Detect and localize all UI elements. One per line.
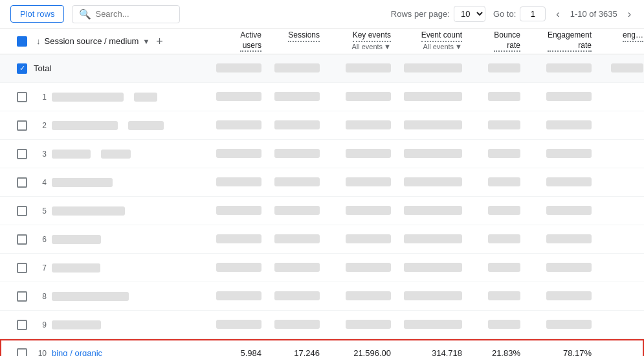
last-row-dimension: 10 bing / organic [34,348,208,356]
row-7-checkbox[interactable] [17,263,27,273]
plot-rows-button[interactable]: Plot rows [10,5,64,23]
row-2-metrics [208,120,644,130]
total-row-checkbox[interactable] [17,63,27,74]
last-row-checkbox[interactable] [17,348,27,357]
toolbar: Plot rows 🔍 Rows per page: 10 25 50 Go t… [0,0,644,28]
rows-per-page-select[interactable]: 10 25 50 [454,6,485,22]
row-3-dim-blurred [52,150,91,159]
search-input[interactable] [95,9,173,19]
row-3-key-events [325,149,396,159]
last-engagement-rate: 78.17% [526,348,597,356]
row-6-num: 6 [34,235,47,244]
data-row-9: 9 [0,311,644,339]
row-2-active-users [208,120,267,130]
row-6-checkbox-cell [10,234,34,245]
row-1-dim-blurred2 [134,93,157,102]
row-6-checkbox[interactable] [17,234,27,245]
last-row-metrics: 5,984 17,246 21,596.00 314,718 21.83% 78… [208,348,644,356]
last-bounce-rate: 21.83% [467,348,526,356]
row-3-checkbox[interactable] [17,149,27,159]
total-row-metrics [208,63,644,73]
row-4-active-users [208,177,267,187]
col-title-event-count: Event count [421,30,462,42]
prev-page-button[interactable]: ‹ [553,8,562,21]
row-9-eng-extra [597,320,644,329]
row-9-checkbox[interactable] [17,320,27,330]
key-events-dropdown-icon[interactable]: ▼ [384,42,391,51]
total-active-users [208,63,267,73]
row-5-key-events [325,206,396,216]
rows-per-page-section: Rows per page: 10 25 50 [391,6,485,22]
goto-input[interactable] [520,6,546,21]
row-5-event-count [396,206,467,216]
row-6-key-events [325,234,396,244]
data-row-8: 8 [0,282,644,311]
row-7-bounce-rate [467,263,526,273]
search-icon: 🔍 [79,8,91,20]
row-5-eng-extra [597,206,644,216]
col-title-eng-extra: eng… [623,30,643,42]
row-6-dim-blurred [52,235,101,244]
header-checkbox[interactable] [17,36,27,47]
row-1-eng-extra [597,92,644,102]
row-8-checkbox[interactable] [17,291,27,302]
row-9-metrics [208,320,644,329]
data-row-2: 2 [0,111,644,140]
page-info: 1-10 of 3635 [570,9,617,19]
row-5-active-users [208,206,267,216]
col-header-eng-extra: eng… [597,30,644,52]
total-row: Total [0,54,644,83]
col-header-key-events: Key events All events ▼ [325,30,396,52]
total-eng-extra [597,63,644,73]
row-6-event-count [396,234,467,244]
add-column-button[interactable]: + [153,36,166,47]
row-6-sessions [267,234,325,244]
data-row-1: 1 [0,83,644,111]
row-9-engagement-rate [526,320,597,329]
event-count-dropdown-icon[interactable]: ▼ [455,42,462,51]
col-title-active-users: Activeusers [240,30,261,52]
total-key-events [325,63,396,73]
sort-arrow-icon: ↓ [36,36,41,46]
row-5-checkbox[interactable] [17,206,27,216]
row-7-eng-extra [597,263,644,273]
data-row-3: 3 [0,140,644,168]
row-8-eng-extra [597,291,644,301]
row-3-sessions [267,149,325,159]
row-5-metrics [208,206,644,216]
col-title-engagement-rate: Engagementrate [548,30,592,52]
row-4-metrics [208,177,644,187]
row-1-key-events [325,92,396,102]
next-page-button[interactable]: › [625,8,634,21]
row-2-bounce-rate [467,120,526,130]
dimension-col-header: ↓ Session source / medium ▼ + [34,36,208,47]
row-7-num: 7 [34,263,47,273]
row-9-sessions [267,320,325,329]
row-8-sessions [267,291,325,301]
row-4-checkbox[interactable] [17,177,27,188]
row-1-num: 1 [34,93,47,102]
row-2-dim-blurred [52,121,118,130]
row-9-bounce-rate [467,320,526,329]
dimension-col-label: Session source / medium [45,36,139,46]
row-4-eng-extra [597,177,644,187]
dimension-dropdown-icon[interactable]: ▼ [142,38,150,45]
row-8-num: 8 [34,292,47,301]
col-header-engagement-rate: Engagementrate [526,30,597,52]
row-8-dimension: 8 [34,292,208,301]
row-2-checkbox[interactable] [17,120,27,131]
row-6-active-users [208,234,267,244]
blurred-rows-container: 1 2 [0,83,644,339]
metric-col-headers: Activeusers Sessions Key events All even… [208,30,644,52]
total-engagement-rate-value [546,63,592,72]
total-key-events-value [346,63,391,72]
total-row-label: Total [34,63,51,73]
row-3-checkbox-cell [10,149,34,159]
row-8-key-events [325,291,396,301]
row-6-engagement-rate [526,234,597,244]
row-1-checkbox[interactable] [17,92,27,102]
row-5-checkbox-cell [10,206,34,216]
row-3-engagement-rate [526,149,597,159]
row-4-bounce-rate [467,177,526,187]
row-6-eng-extra [597,234,644,244]
